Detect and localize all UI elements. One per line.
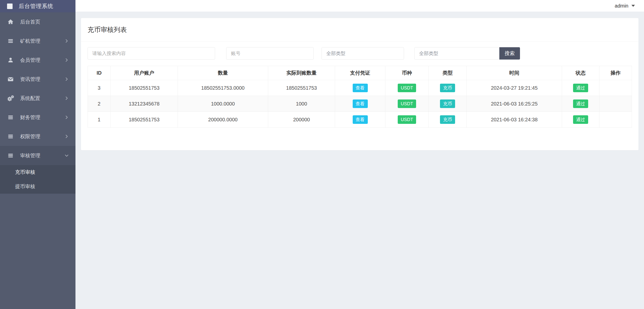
deposit-audit-table: ID 用户账户 数量 实际到账数量 支付凭证 币种 类型 时间 状态 操作 3 … xyxy=(88,66,632,128)
user-icon xyxy=(7,57,14,64)
type-select-1[interactable]: 全部类型 xyxy=(321,47,404,60)
view-voucher-button[interactable]: 查看 xyxy=(353,115,368,124)
cell-type: 充币 xyxy=(429,96,467,112)
col-header-currency: 币种 xyxy=(385,66,429,80)
cell-account: 18502551753 xyxy=(110,112,178,128)
app-title: 后台管理系统 xyxy=(19,3,53,10)
card-header: 充币审核列表 xyxy=(81,18,638,41)
cell-id: 2 xyxy=(88,96,111,112)
cell-time: 2024-03-27 19:21:45 xyxy=(467,80,562,96)
cell-currency: USDT xyxy=(385,96,429,112)
chevron-right-icon xyxy=(64,95,69,101)
cell-currency: USDT xyxy=(385,112,429,128)
cell-type: 充币 xyxy=(429,112,467,128)
sidebar-item-label: 资讯管理 xyxy=(20,76,64,83)
type-select-2[interactable]: 全部类型 xyxy=(414,47,499,60)
home-icon xyxy=(7,18,14,25)
sidebar-item-audit[interactable]: 审核管理 xyxy=(0,146,75,165)
sidebar-item-home[interactable]: 后台首页 xyxy=(0,12,75,31)
cell-voucher: 查看 xyxy=(335,96,385,112)
sidebar-subitem-label: 提币审核 xyxy=(15,183,35,190)
sidebar-item-permission[interactable]: 权限管理 xyxy=(0,127,75,146)
col-header-actual: 实际到账数量 xyxy=(268,66,335,80)
cell-actual: 200000 xyxy=(268,112,335,128)
sidebar-item-label: 系统配置 xyxy=(20,95,64,102)
type-badge: 充币 xyxy=(440,99,455,108)
cell-time: 2021-06-03 16:25:25 xyxy=(467,96,562,112)
list-icon xyxy=(7,37,14,44)
sidebar-item-finance[interactable]: 财务管理 xyxy=(0,108,75,127)
cell-action xyxy=(599,112,632,128)
list-icon xyxy=(7,114,14,121)
admin-dropdown[interactable]: admin xyxy=(615,3,635,9)
sidebar-item-system[interactable]: 系统配置 xyxy=(0,89,75,108)
status-badge: 通过 xyxy=(573,115,588,124)
cell-id: 3 xyxy=(88,80,111,96)
account-search-input[interactable] xyxy=(226,47,314,60)
type-select-2-value: 全部类型 xyxy=(419,50,438,57)
col-header-type: 类型 xyxy=(429,66,467,80)
audit-submenu: 充币审核 提币审核 xyxy=(0,165,75,194)
cell-amount: 18502551753.0000 xyxy=(178,80,268,96)
sidebar-header: 后台管理系统 xyxy=(0,0,75,12)
table-row: 3 18502551753 18502551753.0000 185025517… xyxy=(88,80,632,96)
status-badge: 通过 xyxy=(573,99,588,108)
sidebar-item-label: 矿机管理 xyxy=(20,38,64,44)
cell-account: 13212345678 xyxy=(110,96,178,112)
list-icon xyxy=(7,152,14,159)
type-badge: 充币 xyxy=(440,84,455,92)
app-logo-icon xyxy=(7,4,13,9)
col-header-account: 用户账户 xyxy=(110,66,178,80)
page-title: 充币审核列表 xyxy=(88,25,127,34)
chevron-right-icon xyxy=(64,115,69,120)
type-badge: 充币 xyxy=(440,115,455,124)
cell-action xyxy=(599,80,632,96)
currency-badge: USDT xyxy=(398,115,416,124)
table-row: 1 18502551753 200000.0000 200000 查看 USDT… xyxy=(88,112,632,128)
sidebar-item-label: 审核管理 xyxy=(20,152,64,159)
chevron-right-icon xyxy=(64,38,69,44)
cell-status: 通过 xyxy=(562,80,599,96)
keyword-search-input[interactable] xyxy=(88,47,215,60)
chevron-right-icon xyxy=(64,57,69,63)
cell-action xyxy=(599,96,632,112)
cell-actual: 18502551753 xyxy=(268,80,335,96)
sidebar-item-label: 权限管理 xyxy=(20,133,64,140)
view-voucher-button[interactable]: 查看 xyxy=(353,84,368,92)
cell-actual: 1000 xyxy=(268,96,335,112)
caret-down-icon xyxy=(631,5,635,7)
view-voucher-button[interactable]: 查看 xyxy=(353,99,368,108)
gears-icon xyxy=(7,95,14,102)
list-icon xyxy=(7,133,14,140)
chevron-right-icon xyxy=(64,76,69,82)
chevron-right-icon xyxy=(64,134,69,139)
cell-time: 2021-06-03 16:24:38 xyxy=(467,112,562,128)
sidebar: 后台管理系统 后台首页 矿机管理 会员管理 资讯管理 xyxy=(0,0,75,309)
type-select-1-value: 全部类型 xyxy=(326,50,345,57)
search-button[interactable]: 搜索 xyxy=(499,47,520,60)
cell-amount: 1000.0000 xyxy=(178,96,268,112)
sidebar-item-label: 后台首页 xyxy=(20,19,69,25)
currency-badge: USDT xyxy=(398,99,416,108)
sidebar-item-miner[interactable]: 矿机管理 xyxy=(0,31,75,50)
sidebar-subitem-label: 充币审核 xyxy=(15,169,35,176)
cell-voucher: 查看 xyxy=(335,112,385,128)
col-header-amount: 数量 xyxy=(178,66,268,80)
cell-voucher: 查看 xyxy=(335,80,385,96)
cell-currency: USDT xyxy=(385,80,429,96)
cell-account: 18502551753 xyxy=(110,80,178,96)
sidebar-item-label: 财务管理 xyxy=(20,114,64,121)
sidebar-item-label: 会员管理 xyxy=(20,57,64,64)
admin-username: admin xyxy=(615,3,628,9)
main-content: 充币审核列表 全部类型 全部类型 搜索 ID 用户账户 xyxy=(75,12,644,309)
sidebar-subitem-withdraw-audit[interactable]: 提币审核 xyxy=(0,179,75,194)
table-header: ID 用户账户 数量 实际到账数量 支付凭证 币种 类型 时间 状态 操作 xyxy=(88,66,632,80)
deposit-audit-card: 充币审核列表 全部类型 全部类型 搜索 ID 用户账户 xyxy=(81,18,638,150)
sidebar-subitem-deposit-audit[interactable]: 充币审核 xyxy=(0,165,75,179)
sidebar-item-news[interactable]: 资讯管理 xyxy=(0,70,75,89)
cell-amount: 200000.0000 xyxy=(178,112,268,128)
cell-status: 通过 xyxy=(562,112,599,128)
col-header-voucher: 支付凭证 xyxy=(335,66,385,80)
cell-status: 通过 xyxy=(562,96,599,112)
sidebar-item-member[interactable]: 会员管理 xyxy=(0,50,75,70)
